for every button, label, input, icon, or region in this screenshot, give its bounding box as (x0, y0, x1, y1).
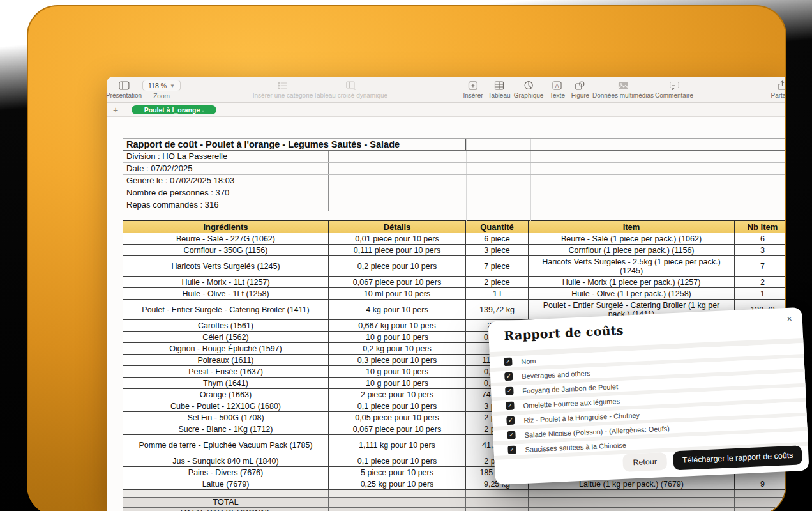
cell-quantity[interactable]: 7 piece (466, 256, 529, 276)
cell-ingredient[interactable]: Jus - Sunquick 840 mL (1840) (123, 455, 329, 466)
total-label-cell[interactable]: TOTAL (123, 498, 329, 507)
cell-details[interactable]: 0,667 kg pour 10 pers (329, 320, 466, 331)
cell-nbitem[interactable]: 6 (735, 233, 785, 244)
report-persons-cell[interactable]: Nombre de personnes : 370 (123, 187, 329, 199)
insert-icon (469, 80, 478, 91)
cell-ingredient[interactable]: Carottes (1561) (123, 320, 329, 331)
cell-details[interactable]: 10 g pour 10 pers (329, 332, 466, 342)
cell-ingredient[interactable]: Huile - Morix - 1Lt (1257) (123, 277, 329, 287)
cell-quantity[interactable]: 2 piece (466, 277, 529, 287)
cell-ingredient[interactable]: Haricots Verts Surgelés (1245) (123, 256, 329, 276)
cell-nbitem[interactable]: 7 (735, 256, 785, 276)
cell-details[interactable]: 0,25 kg pour 10 pers (329, 478, 466, 489)
cell-details[interactable]: 0,1 piece pour 10 pers (329, 400, 466, 411)
cell-ingredient[interactable]: Pomme de terre - Epluchée Vacuum Pack (1… (123, 435, 329, 455)
cell-ingredient[interactable]: Cornflour - 350G (1156) (123, 245, 329, 256)
presentation-label: Présentation (106, 92, 142, 99)
cell-ingredient[interactable]: Poulet - Entier Surgelé - Catering Broil… (123, 300, 329, 319)
cell-details[interactable]: 10 g pour 10 pers (329, 366, 466, 377)
column-header-ingredients[interactable]: Ingrédients (123, 221, 329, 233)
cell-item[interactable]: Haricots Verts Surgeles - 2.5kg (1 piece… (529, 256, 735, 276)
cell-details[interactable]: 4 kg pour 10 pers (329, 300, 466, 319)
cell-quantity[interactable]: 1 l (466, 288, 529, 299)
cell-details[interactable]: 10 g pour 10 pers (329, 378, 466, 388)
cell-details[interactable]: 10 ml pour 10 pers (329, 288, 466, 299)
cell-nbitem[interactable]: 9 (735, 478, 785, 489)
checkbox-checked-icon[interactable] (506, 402, 515, 411)
cell-details[interactable]: 1,111 kg pour 10 pers (329, 435, 466, 455)
column-header-quantity[interactable]: Quantité (466, 221, 529, 233)
column-header-nbitem[interactable]: Nb Item (735, 221, 785, 233)
checkbox-checked-icon[interactable] (505, 387, 514, 396)
cell-ingredient[interactable]: Sucre - Blanc - 1Kg (1712) (123, 423, 329, 434)
cell-ingredient[interactable]: Thym (1641) (123, 378, 329, 388)
cell-ingredient[interactable]: Huile - Olive - 1Lt (1258) (123, 288, 329, 299)
cell-ingredient[interactable]: Persil - Frisée (1637) (123, 366, 329, 377)
table-button[interactable]: Tableau (488, 80, 510, 99)
cell-quantity[interactable]: 3 piece (466, 245, 529, 256)
cell-ingredient[interactable]: Laitue (7679) (123, 478, 329, 489)
checkbox-checked-icon[interactable] (507, 431, 516, 440)
cell-details[interactable]: 0,05 piece pour 10 pers (329, 412, 466, 423)
report-meals-cell[interactable]: Repas commandés : 316 (123, 199, 329, 211)
pivot-table-button: Tableau croisé dynamique (313, 80, 387, 99)
cell-nbitem[interactable]: 1 (735, 288, 785, 299)
cell-details[interactable]: 0,2 kg pour 10 pers (329, 343, 466, 354)
table-row: Division : HO La Passerelle (123, 151, 785, 163)
column-header-item[interactable]: Item (529, 221, 735, 233)
checkbox-checked-icon[interactable] (508, 446, 516, 455)
cell-item[interactable]: Cornflour (1 piece per pack.) (1156) (529, 245, 735, 256)
cell-details[interactable]: 0,3 piece pour 10 pers (329, 355, 466, 365)
cell-details[interactable]: 0,111 piece pour 10 pers (329, 245, 466, 256)
cell-details[interactable]: 0,2 piece pour 10 pers (329, 256, 466, 276)
cell-details[interactable]: 0,067 piece pour 10 pers (329, 277, 466, 287)
cell-ingredient[interactable]: Céleri (1562) (123, 332, 329, 342)
pivot-table-icon (345, 80, 356, 91)
cell-ingredient[interactable]: Cube - Poulet - 12X10G (1680) (123, 400, 329, 411)
cell-details[interactable]: 5 piece pour 10 pers (329, 467, 466, 478)
cell-item[interactable]: Huile - Olive (1 l per pack.) (1258) (529, 288, 735, 299)
sheet-tab-active[interactable]: Poulet à l_orange - (132, 105, 216, 114)
back-button[interactable]: Retour (622, 452, 668, 472)
cell-ingredient[interactable]: Orange (1663) (123, 389, 329, 400)
report-date-cell[interactable]: Date : 07/02/2025 (123, 163, 329, 174)
cell-ingredient[interactable]: Oignon - Rouge Épluché (1597) (123, 343, 329, 354)
cell-ingredient[interactable]: Beurre - Salé - 227G (1062) (123, 233, 329, 244)
presentation-button[interactable]: Présentation (106, 80, 142, 99)
report-title-cell[interactable]: Rapport de coût - Poulet à l'orange - Le… (123, 139, 466, 150)
cell-ingredient[interactable]: Sel Fin - 500G (1708) (123, 412, 329, 423)
report-generated-cell[interactable]: Généré le : 07/02/2025 18:03 (123, 175, 329, 187)
checkbox-checked-icon[interactable] (504, 358, 513, 367)
cell-ingredient[interactable]: Poireaux (1611) (123, 355, 329, 365)
cell-ingredient[interactable]: Pains - Divers (7676) (123, 467, 329, 478)
insert-button[interactable]: Insérer (463, 80, 483, 99)
media-button[interactable]: Données multimédias (592, 80, 654, 99)
cell-details[interactable]: 0,067 piece pour 10 pers (329, 423, 466, 434)
cell-quantity[interactable]: 6 piece (466, 233, 529, 244)
cell-item[interactable]: Beurre - Salé (1 piece per pack.) (1062) (529, 233, 735, 244)
close-icon[interactable]: × (786, 314, 792, 324)
cell-quantity[interactable]: 139,72 kg (466, 300, 529, 319)
total-per-person-label-cell[interactable]: TOTAL PAR PERSONNE (123, 508, 329, 511)
text-button[interactable]: A Texte (550, 80, 565, 99)
dialog-item-label: Nom (521, 356, 536, 365)
cell-nbitem[interactable]: 2 (735, 277, 785, 287)
cell-details[interactable]: 2 piece pour 10 pers (329, 389, 466, 400)
total-row: TOTAL (123, 498, 785, 508)
column-header-details[interactable]: Détails (329, 221, 466, 233)
cell-item[interactable]: Huile - Morix (1 piece per pack.) (1257) (529, 277, 735, 287)
cell-details[interactable]: 0,1 piece pour 10 pers (329, 455, 466, 466)
comment-button[interactable]: Commentaire (655, 80, 693, 99)
table-row (123, 490, 785, 498)
zoom-value: 118 % (148, 82, 167, 89)
checkbox-checked-icon[interactable] (504, 372, 513, 381)
cell-nbitem[interactable]: 3 (735, 245, 785, 256)
checkbox-checked-icon[interactable] (506, 416, 515, 425)
chart-button[interactable]: Graphique (514, 80, 544, 99)
share-button[interactable]: Partage (771, 80, 786, 99)
shape-button[interactable]: Figure (571, 80, 589, 99)
cell-details[interactable]: 0,01 piece pour 10 pers (329, 233, 466, 244)
zoom-control[interactable]: 118 % ▼ Zoom (142, 80, 181, 100)
report-division-cell[interactable]: Division : HO La Passerelle (123, 151, 329, 162)
add-sheet-button[interactable]: + (113, 105, 118, 114)
